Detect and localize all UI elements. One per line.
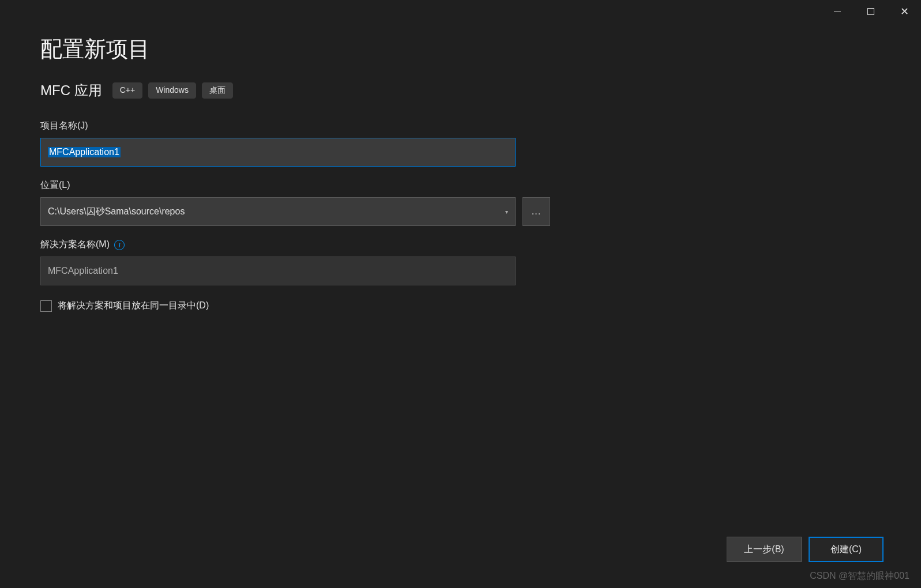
browse-button[interactable]: ... [522,197,550,226]
tag-cpp: C++ [112,82,142,99]
maximize-button[interactable] [854,1,888,22]
page-title: 配置新项目 [40,35,881,64]
location-dropdown[interactable]: C:\Users\囚砂Sama\source\repos ▾ [40,197,516,226]
create-button[interactable]: 创建(C) [809,537,884,562]
same-directory-label[interactable]: 将解决方案和项目放在同一目录中(D) [58,300,209,312]
close-button[interactable]: ✕ [888,1,921,22]
solution-name-value: MFCApplication1 [48,266,118,276]
window-controls: ✕ [821,1,921,22]
same-directory-row: 将解决方案和项目放在同一目录中(D) [40,300,881,312]
project-name-value: MFCApplication1 [48,147,121,157]
project-type-row: MFC 应用 C++ Windows 桌面 [40,81,881,100]
project-type-label: MFC 应用 [40,81,102,100]
browse-label: ... [532,206,541,217]
close-icon: ✕ [900,5,909,18]
tag-desktop: 桌面 [202,82,233,99]
location-label: 位置(L) [40,179,70,191]
project-name-group: 项目名称(J) MFCApplication1 [40,120,881,167]
project-tags: C++ Windows 桌面 [112,82,233,99]
footer-buttons: 上一步(B) 创建(C) [727,537,884,562]
title-bar: ✕ [0,0,921,23]
minimize-button[interactable] [821,1,854,22]
same-directory-checkbox[interactable] [40,300,52,312]
project-name-input[interactable]: MFCApplication1 [40,138,516,167]
chevron-down-icon: ▾ [505,209,508,215]
maximize-icon [867,8,874,15]
main-content: 配置新项目 MFC 应用 C++ Windows 桌面 项目名称(J) MFCA… [0,23,921,323]
back-button[interactable]: 上一步(B) [727,537,802,562]
project-name-label: 项目名称(J) [40,120,88,132]
minimize-icon [834,12,841,12]
solution-name-input[interactable]: MFCApplication1 [40,257,516,285]
watermark: CSDN @智慧的眼神001 [810,570,909,582]
location-group: 位置(L) C:\Users\囚砂Sama\source\repos ▾ ... [40,179,881,226]
info-icon[interactable]: i [114,240,125,250]
tag-windows: Windows [148,82,196,99]
location-value: C:\Users\囚砂Sama\source\repos [48,206,185,218]
solution-name-label: 解决方案名称(M) [40,239,110,251]
solution-name-group: 解决方案名称(M) i MFCApplication1 [40,239,881,285]
